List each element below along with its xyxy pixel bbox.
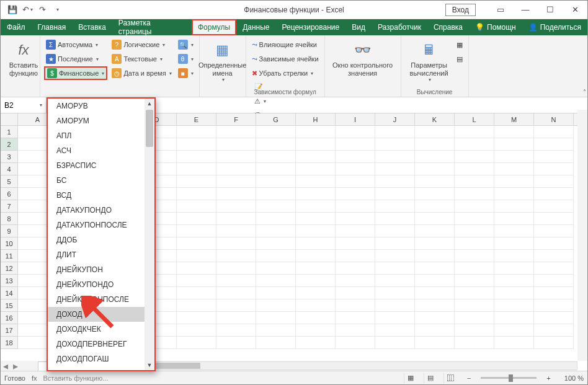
- minimize-icon[interactable]: —: [513, 1, 538, 19]
- cell-N13[interactable]: [534, 275, 574, 287]
- cell-L7[interactable]: [455, 200, 494, 213]
- cell-G6[interactable]: [256, 188, 296, 200]
- cell-M14[interactable]: [494, 287, 534, 299]
- select-all-corner[interactable]: [1, 113, 18, 125]
- cell-G9[interactable]: [256, 225, 296, 237]
- cell-E18[interactable]: [177, 337, 216, 349]
- cell-M8[interactable]: [494, 213, 534, 225]
- formula-input[interactable]: [82, 97, 587, 113]
- cell-I15[interactable]: [336, 299, 375, 312]
- cell-F10[interactable]: [216, 237, 256, 250]
- trace-precedents-button[interactable]: ⤳ Влияющие ячейки: [250, 38, 321, 51]
- cell-M3[interactable]: [494, 151, 534, 163]
- cell-G4[interactable]: [256, 163, 296, 175]
- cell-M15[interactable]: [494, 299, 534, 312]
- cell-F14[interactable]: [216, 287, 256, 299]
- sheet-nav-prev-icon[interactable]: ◂: [1, 360, 11, 372]
- tab-formulas[interactable]: Формулы: [192, 19, 236, 35]
- row-header-9[interactable]: 9: [1, 225, 18, 237]
- cell-E2[interactable]: [177, 138, 216, 151]
- login-button[interactable]: Вход: [445, 4, 476, 16]
- cell-J6[interactable]: [375, 188, 415, 200]
- cell-L14[interactable]: [455, 287, 494, 299]
- cell-F9[interactable]: [216, 225, 256, 237]
- cell-J3[interactable]: [375, 151, 415, 163]
- cell-I16[interactable]: [336, 312, 375, 324]
- watch-window-button[interactable]: 👓 Окно контрольного значения: [329, 38, 397, 79]
- cell-F4[interactable]: [216, 163, 256, 175]
- financial-item-ДНЕЙКУПОНДО[interactable]: ДНЕЙКУПОНДО: [48, 277, 154, 292]
- cell-K13[interactable]: [415, 275, 455, 287]
- share-button[interactable]: 👤 Поделиться: [522, 19, 587, 35]
- cell-J15[interactable]: [375, 299, 415, 312]
- col-header-E[interactable]: E: [177, 113, 216, 125]
- cell-G10[interactable]: [256, 237, 296, 250]
- ribbon-options-icon[interactable]: ▭: [488, 1, 513, 19]
- row-header-4[interactable]: 4: [1, 163, 18, 175]
- row-header-7[interactable]: 7: [1, 200, 18, 213]
- cell-N12[interactable]: [534, 262, 574, 275]
- cell-J18[interactable]: [375, 337, 415, 349]
- cell-M16[interactable]: [494, 312, 534, 324]
- cell-J5[interactable]: [375, 175, 415, 188]
- status-insert-fn[interactable]: Вставить функцию...: [43, 374, 109, 382]
- cell-F17[interactable]: [216, 324, 256, 337]
- cell-J7[interactable]: [375, 200, 415, 213]
- collapse-ribbon-icon[interactable]: ˄: [583, 89, 586, 95]
- row-header-8[interactable]: 8: [1, 213, 18, 225]
- cell-L11[interactable]: [455, 250, 494, 262]
- cell-K3[interactable]: [415, 151, 455, 163]
- cell-K12[interactable]: [415, 262, 455, 275]
- cell-N14[interactable]: [534, 287, 574, 299]
- cell-I9[interactable]: [336, 225, 375, 237]
- cell-M12[interactable]: [494, 262, 534, 275]
- undo-icon[interactable]: ↶▾: [20, 3, 34, 17]
- cell-E3[interactable]: [177, 151, 216, 163]
- row-header-15[interactable]: 15: [1, 299, 18, 312]
- cell-E8[interactable]: [177, 213, 216, 225]
- row-header-3[interactable]: 3: [1, 151, 18, 163]
- save-icon[interactable]: 💾: [6, 3, 19, 17]
- cell-L17[interactable]: [455, 324, 494, 337]
- cell-J17[interactable]: [375, 324, 415, 337]
- cell-H11[interactable]: [296, 250, 336, 262]
- name-box[interactable]: B2▾: [1, 97, 47, 113]
- financial-item-ДЛИТ[interactable]: ДЛИТ: [48, 247, 154, 262]
- cell-K6[interactable]: [415, 188, 455, 200]
- row-header-16[interactable]: 16: [1, 312, 18, 324]
- cell-E4[interactable]: [177, 163, 216, 175]
- hscrollbar[interactable]: [112, 361, 577, 370]
- recent-button[interactable]: ★Последние▾: [44, 52, 107, 66]
- financial-item-БЗРАСПИС[interactable]: БЗРАСПИС: [48, 158, 154, 173]
- datetime-button[interactable]: ◷Дата и время▾: [110, 66, 173, 80]
- tab-pagelayout[interactable]: Разметка страницы: [112, 19, 192, 35]
- calc-now-button[interactable]: ▦: [455, 38, 465, 51]
- maximize-icon[interactable]: ☐: [538, 1, 563, 19]
- col-header-G[interactable]: G: [256, 113, 296, 125]
- tab-data[interactable]: Данные: [236, 19, 275, 35]
- scroll-down-icon[interactable]: ▼: [145, 360, 154, 370]
- tell-me[interactable]: 💡 Помощн: [469, 19, 522, 35]
- cell-G13[interactable]: [256, 275, 296, 287]
- cell-L10[interactable]: [455, 237, 494, 250]
- cell-E5[interactable]: [177, 175, 216, 188]
- cell-K14[interactable]: [415, 287, 455, 299]
- cell-H4[interactable]: [296, 163, 336, 175]
- trace-dependents-button[interactable]: ⤳ Зависимые ячейки: [250, 52, 321, 66]
- cell-G2[interactable]: [256, 138, 296, 151]
- cell-H5[interactable]: [296, 175, 336, 188]
- cell-M7[interactable]: [494, 200, 534, 213]
- cell-E10[interactable]: [177, 237, 216, 250]
- cell-M17[interactable]: [494, 324, 534, 337]
- financial-item-ДАТАКУПОНДО[interactable]: ДАТАКУПОНДО: [48, 203, 154, 218]
- cell-N16[interactable]: [534, 312, 574, 324]
- cell-N10[interactable]: [534, 237, 574, 250]
- cell-G16[interactable]: [256, 312, 296, 324]
- cell-L15[interactable]: [455, 299, 494, 312]
- cell-J16[interactable]: [375, 312, 415, 324]
- cell-H3[interactable]: [296, 151, 336, 163]
- tab-help[interactable]: Справка: [427, 19, 469, 35]
- cell-E16[interactable]: [177, 312, 216, 324]
- zoom-in-icon[interactable]: +: [543, 374, 554, 382]
- cell-K17[interactable]: [415, 324, 455, 337]
